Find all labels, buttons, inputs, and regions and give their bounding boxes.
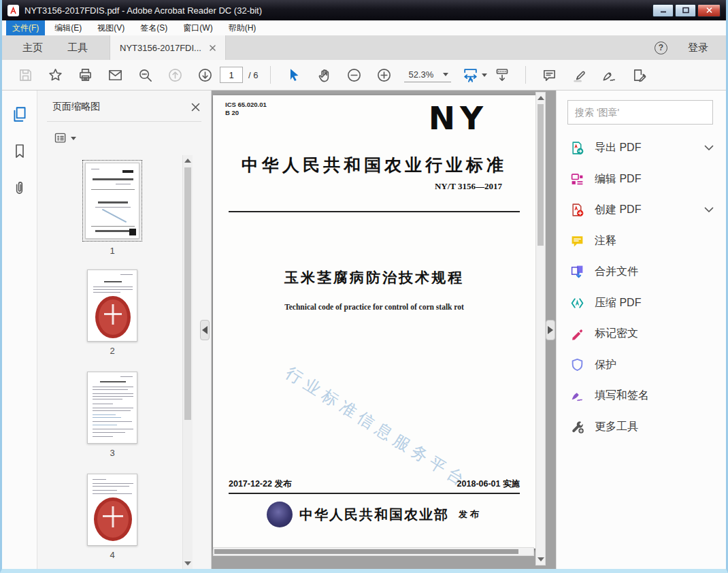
tool-edit-pdf[interactable]: 编辑 PDF: [557, 164, 726, 195]
tool-combine-files[interactable]: 合并文件: [557, 257, 726, 288]
fill-sign-pen-button[interactable]: [594, 63, 624, 87]
thumbnails-scrollbar[interactable]: [182, 155, 193, 569]
maximize-button[interactable]: [675, 4, 696, 17]
chevron-right-icon: [548, 326, 553, 334]
tool-export-pdf[interactable]: 导出 PDF: [557, 133, 726, 164]
implementation-date: 2018-06-01 实施: [457, 478, 520, 490]
thumbnails-panel: 页面缩略图: [37, 91, 212, 569]
document-area: ICS 65.020.01 B 20 NY 中华人民共和国农业行业标准 NY/T…: [212, 91, 556, 569]
publisher-name: 中华人民共和国农业部: [299, 506, 449, 524]
document-horizontal-scrollbar[interactable]: [213, 547, 534, 556]
save-button[interactable]: [10, 63, 40, 87]
menu-file[interactable]: 文件(F): [6, 20, 45, 35]
tool-protect[interactable]: 保护: [557, 350, 726, 381]
tools-search-input[interactable]: [567, 100, 713, 125]
thumbnail-options-button[interactable]: [54, 131, 211, 145]
attachments-tab[interactable]: [10, 178, 30, 198]
tool-redact[interactable]: 标记密文: [557, 318, 726, 350]
thumbnail-page-4[interactable]: 4: [86, 474, 138, 560]
previous-page-button[interactable]: [160, 63, 190, 87]
menu-help[interactable]: 帮助(H): [222, 20, 263, 35]
expand-right-panel-button[interactable]: [546, 320, 555, 340]
minimize-button[interactable]: [652, 4, 674, 17]
zoom-out-button[interactable]: [339, 63, 369, 87]
scrollbar-thumb[interactable]: [537, 104, 544, 246]
issue-date: 2017-12-22 发布: [229, 478, 291, 490]
zoom-in-button[interactable]: [369, 63, 399, 87]
thumbnail-page-number: 4: [110, 550, 114, 560]
thumbnail-page-2[interactable]: 2: [86, 269, 138, 356]
fill-sign-icon: [570, 389, 584, 403]
close-panel-icon[interactable]: [191, 103, 200, 112]
create-pdf-icon: [570, 203, 584, 217]
workspace: 页面缩略图: [2, 91, 726, 569]
stamp-tool-button[interactable]: [624, 63, 654, 87]
tool-create-pdf[interactable]: 创建 PDF: [557, 195, 726, 226]
zoom-level-value: 52.3%: [408, 69, 433, 80]
compress-pdf-icon: [570, 296, 584, 310]
chevron-down-icon: [704, 145, 714, 151]
toolbar-separator: [270, 66, 271, 84]
chevron-down-icon: [443, 73, 448, 76]
tool-compress-pdf[interactable]: 压缩 PDF: [557, 288, 726, 319]
email-button[interactable]: [100, 63, 130, 87]
close-tab-icon[interactable]: [210, 45, 216, 51]
thumbnail-page-1[interactable]: 1: [81, 160, 144, 256]
tool-comment[interactable]: 注释: [557, 226, 726, 257]
next-page-button[interactable]: [190, 63, 220, 87]
scrollbar-thumb[interactable]: [214, 549, 518, 554]
navigation-rail: [2, 91, 37, 569]
menu-edit[interactable]: 编辑(E): [48, 20, 88, 35]
thumbnail-page-3[interactable]: 3: [86, 372, 138, 458]
search-button[interactable]: [130, 63, 160, 87]
comment-button[interactable]: [534, 63, 564, 87]
menu-view[interactable]: 视图(V): [91, 20, 131, 35]
print-button[interactable]: [70, 63, 100, 87]
more-tools-wrench-icon: [570, 420, 584, 434]
scroll-up-icon[interactable]: [184, 159, 191, 163]
scrollbar-thumb[interactable]: [184, 167, 191, 420]
menu-window[interactable]: 窗口(W): [177, 20, 218, 35]
tool-more-tools[interactable]: 更多工具: [557, 412, 726, 443]
tab-document[interactable]: NYT3156-2017FDI...: [110, 35, 226, 60]
collapse-left-panel-button[interactable]: [200, 320, 210, 340]
thumbnail-selection: [82, 160, 142, 242]
select-tool-button[interactable]: [279, 63, 309, 87]
watermark-text: 行业标准信息服务平台: [282, 362, 472, 492]
page-number-input[interactable]: [220, 67, 243, 83]
bookmarks-tab[interactable]: [10, 141, 30, 161]
document-vertical-scrollbar[interactable]: [535, 92, 546, 566]
publish-label: 发布: [459, 508, 482, 521]
tab-tools[interactable]: 工具: [55, 35, 100, 60]
star-button[interactable]: [40, 63, 70, 87]
comment-icon: [570, 234, 584, 248]
help-icon[interactable]: ?: [655, 42, 667, 54]
combine-files-icon: [570, 265, 584, 279]
hand-tool-button[interactable]: [309, 63, 339, 87]
protect-shield-icon: [570, 358, 584, 372]
scroll-down-icon[interactable]: [537, 557, 544, 561]
scroll-down-icon[interactable]: [184, 561, 191, 566]
tool-fill-sign[interactable]: 填写和签名: [557, 380, 726, 412]
menu-sign[interactable]: 签名(S): [134, 20, 173, 35]
reading-mode-button[interactable]: [487, 63, 517, 87]
zoom-level-dropdown[interactable]: 52.3%: [404, 68, 451, 82]
thumbnail-page-number: 1: [110, 246, 114, 256]
thumbnail-page-number: 2: [110, 346, 114, 356]
national-emblem: [267, 502, 293, 527]
scroll-up-icon[interactable]: [537, 96, 544, 100]
page-thumbnails-tab[interactable]: [10, 104, 30, 125]
window-title: NYT3156-2017FDIS.pdf - Adobe Acrobat Rea…: [24, 5, 262, 16]
close-button[interactable]: [697, 4, 721, 17]
chevron-down-icon: [71, 137, 76, 140]
sign-in-button[interactable]: 登录: [688, 42, 708, 54]
page-total-label: / 6: [248, 70, 258, 80]
acrobat-app-icon: [7, 5, 19, 16]
fit-width-dropdown[interactable]: [462, 67, 487, 84]
chevron-down-icon: [482, 73, 487, 77]
divider: [229, 493, 520, 494]
chevron-down-icon: [704, 207, 714, 213]
highlighter-button[interactable]: [564, 63, 594, 87]
title-bar: NYT3156-2017FDIS.pdf - Adobe Acrobat Rea…: [2, 0, 726, 20]
tab-home[interactable]: 主页: [10, 35, 55, 60]
